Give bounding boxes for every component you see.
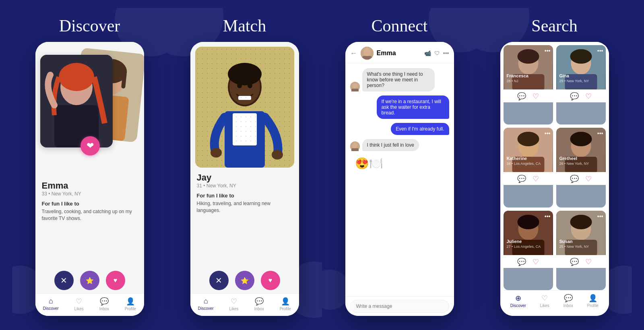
gina-actions: 💬 ♡ (556, 89, 606, 102)
juliene-more[interactable]: ••• (545, 213, 551, 220)
message-bubble-3: Even if I'm already full. (391, 123, 449, 135)
profile-name: Emma (42, 181, 138, 191)
message-3: Even if I'm already full. (350, 123, 449, 135)
search-nav-discover[interactable]: ⊕ Discover (510, 294, 526, 308)
gina-more[interactable]: ••• (597, 48, 603, 54)
match-superlike-button[interactable]: ⭐ (235, 271, 254, 290)
gina-chat[interactable]: 💬 (570, 92, 579, 101)
video-call-icon[interactable]: 📹 (424, 50, 431, 56)
message-bubble-1: What's one thing I need to know before w… (362, 68, 435, 91)
shield-icon[interactable]: 🛡 (434, 50, 440, 56)
susan-chat[interactable]: 💬 (570, 257, 579, 266)
katherine-chat[interactable]: 💬 (517, 174, 526, 183)
nav-profile[interactable]: 👤 Profile (125, 297, 136, 311)
gretheel-actions: 💬 ♡ (556, 172, 606, 185)
susan-photo: ••• Susan 25 • New York, NY (556, 211, 606, 255)
search-card-gina[interactable]: ••• Gina 29 • New York, NY 💬 ♡ (556, 45, 606, 125)
discover-phone: ❤ Emma 33 • New York, NY For fun I like … (35, 42, 144, 316)
svg-point-9 (59, 63, 94, 91)
match-like-button[interactable]: ♥ (261, 271, 280, 290)
profile-age-location: 33 • New York, NY (42, 191, 138, 197)
heart-badge[interactable]: ❤ (80, 136, 100, 156)
svg-point-37 (570, 49, 592, 64)
match-profile-info: Jay 31 • New York, NY For fun I like to … (190, 168, 299, 264)
emoji-message: 😍🍽️ (350, 155, 449, 172)
francesca-age: 28 • NJ (507, 79, 518, 83)
profile-nav-icon: 👤 (126, 297, 135, 306)
profile-info: Emma 33 • New York, NY For fun I like to… (35, 176, 144, 264)
gretheel-heart[interactable]: ♡ (585, 174, 592, 183)
search-heart-icon: ♡ (541, 294, 548, 303)
gretheel-more[interactable]: ••• (597, 130, 603, 137)
bottom-nav-discover: ⌂ Discover ♡ Likes 💬 Inbox 👤 (35, 293, 144, 316)
svg-rect-23 (362, 56, 372, 60)
nav-discover[interactable]: ⌂ Discover (43, 297, 59, 311)
back-button[interactable]: ← (350, 49, 357, 58)
katherine-more[interactable]: ••• (545, 130, 551, 137)
francesca-more[interactable]: ••• (545, 48, 551, 54)
katherine-name: Katherine (507, 156, 527, 161)
nav-likes[interactable]: ♡ Likes (74, 297, 83, 311)
juliene-age: 27 • Los Angeles, CA (507, 245, 541, 249)
chat-nav-icon: 💬 (100, 297, 109, 306)
search-card-gretheel[interactable]: ••• Gretheel 26 • New York, NY 💬 ♡ (556, 128, 606, 207)
dislike-button[interactable]: ✕ (54, 271, 74, 290)
juliene-chat[interactable]: 💬 (517, 257, 526, 266)
message-2: If we're in a restaurant, I will ask the… (350, 95, 449, 119)
svg-point-53 (570, 215, 592, 229)
chat-header: ← Emma 📹 🛡 ••• (345, 42, 454, 63)
match-nav-profile[interactable]: 👤 Profile (280, 297, 291, 311)
connect-section: Connect ← Emma (322, 8, 477, 322)
app-container: Discover (0, 0, 644, 330)
susan-actions: 💬 ♡ (556, 255, 606, 268)
susan-more[interactable]: ••• (597, 213, 603, 220)
search-card-juliene[interactable]: ••• Juliene 27 • Los Angeles, CA 💬 ♡ (504, 211, 553, 290)
connect-screen: ← Emma 📹 🛡 ••• (345, 42, 454, 316)
gina-heart[interactable]: ♡ (585, 92, 592, 101)
match-title: Match (223, 16, 266, 35)
message-4: I think I just fell in love (350, 139, 449, 151)
susan-heart[interactable]: ♡ (585, 257, 592, 266)
profile-bio: Traveling, cooking, and catching up on m… (42, 208, 138, 222)
match-photo-area (195, 47, 294, 168)
chat-avatar (361, 47, 374, 60)
match-nav-discover[interactable]: ⌂ Discover (198, 297, 214, 311)
gretheel-chat[interactable]: 💬 (570, 174, 579, 183)
like-button[interactable]: ♥ (106, 271, 125, 290)
katherine-heart[interactable]: ♡ (533, 174, 539, 183)
juliene-heart[interactable]: ♡ (533, 257, 539, 266)
search-nav-profile[interactable]: 👤 Profile (587, 294, 599, 308)
nav-inbox-label: Inbox (99, 307, 109, 311)
katherine-age: 34 • Los Angeles, CA (507, 162, 541, 166)
search-phone: ••• Francesca 28 • NJ 💬 ♡ (500, 42, 609, 316)
chat-input[interactable] (350, 300, 449, 313)
bottom-nav-match: ⌂ Discover ♡ Likes 💬 Inbox 👤 (190, 293, 299, 316)
francesca-photo: ••• Francesca 28 • NJ (504, 45, 553, 89)
search-home-icon: ⊕ (515, 294, 521, 303)
receiver-avatar-1 (350, 82, 360, 91)
match-nav-likes[interactable]: ♡ Likes (229, 297, 238, 311)
discover-title: Discover (59, 16, 120, 35)
search-nav-inbox[interactable]: 💬 Inbox (564, 294, 573, 308)
discover-screen: ❤ Emma 33 • New York, NY For fun I like … (35, 42, 144, 316)
susan-age: 25 • New York, NY (559, 245, 589, 249)
discover-section: Discover (12, 8, 167, 322)
profile-card-front[interactable] (40, 55, 113, 147)
juliene-photo: ••• Juliene 27 • Los Angeles, CA (504, 211, 553, 255)
match-nav-inbox[interactable]: 💬 Inbox (254, 297, 264, 311)
francesca-heart[interactable]: ♡ (533, 92, 539, 101)
search-nav-likes[interactable]: ♡ Likes (540, 294, 549, 308)
superlike-button[interactable]: ⭐ (80, 271, 99, 290)
match-chat-icon: 💬 (255, 297, 264, 306)
nav-inbox[interactable]: 💬 Inbox (99, 297, 109, 311)
search-card-francesca[interactable]: ••• Francesca 28 • NJ 💬 ♡ (504, 45, 553, 125)
more-options-icon[interactable]: ••• (443, 50, 449, 56)
gina-name: Gina (559, 73, 569, 78)
search-card-susan[interactable]: ••• Susan 25 • New York, NY 💬 ♡ (556, 211, 606, 290)
search-card-katherine[interactable]: ••• Katherine 34 • Los Angeles, CA 💬 ♡ (504, 128, 553, 207)
francesca-chat[interactable]: 💬 (517, 92, 526, 101)
action-buttons-discover: ✕ ⭐ ♥ (35, 264, 144, 293)
match-dislike-button[interactable]: ✕ (209, 271, 229, 290)
message-bubble-2: If we're in a restaurant, I will ask the… (377, 95, 449, 119)
chat-partner-name: Emma (377, 50, 421, 57)
